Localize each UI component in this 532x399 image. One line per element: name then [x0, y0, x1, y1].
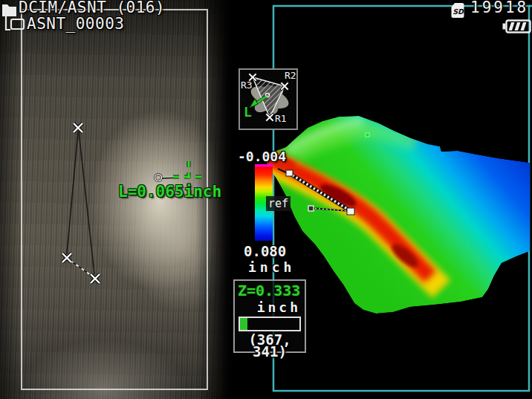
scale-min-value: 0.080 — [244, 243, 286, 259]
scale-unit-label: inch — [248, 259, 295, 275]
borescope-screen: L=0.065inch — [0, 0, 532, 399]
battery-icon — [502, 19, 532, 34]
l-label: L — [244, 104, 252, 120]
r2-label: R2 — [285, 70, 296, 81]
folder-path-label: DCIM/ASNT (016) — [19, 0, 165, 16]
z-readout-panel: Z=0.333 inch (367, 341) — [233, 279, 306, 353]
file-tree-connector — [0, 10, 30, 33]
r3-label: R3 — [241, 80, 253, 91]
cursor-coordinates: 341) — [235, 346, 305, 357]
file-name-label: ASNT_00003 — [27, 15, 124, 33]
svg-text:SD: SD — [452, 7, 464, 16]
z-depth-progress-bar — [239, 317, 301, 331]
z-unit-label: inch — [235, 299, 305, 315]
image-counter-label: 19918 — [470, 0, 528, 16]
measure-point-3d-icon[interactable] — [347, 208, 354, 215]
z-value-label: Z=0.333 — [235, 282, 305, 299]
reference-map-thumbnail: R3 R2 R1 L — [239, 68, 298, 130]
surface-ref-dot — [366, 133, 369, 137]
r1-label: R1 — [275, 113, 287, 124]
measure-point-3d-icon[interactable] — [286, 170, 293, 176]
scale-ref-label: ref — [266, 196, 291, 211]
sd-card-icon: SD — [450, 2, 467, 20]
image-file-icon — [11, 19, 24, 29]
scale-max-value: -0.004 — [238, 149, 286, 164]
z-progress-fill — [240, 318, 247, 330]
measure-point-3d-icon[interactable] — [308, 206, 314, 211]
